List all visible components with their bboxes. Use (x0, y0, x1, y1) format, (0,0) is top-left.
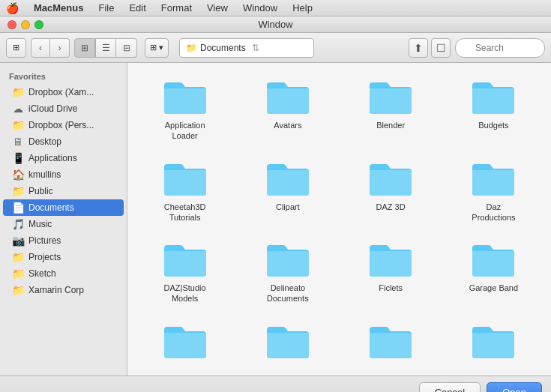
sidebar-section-favorites: Favorites (0, 69, 127, 84)
sidebar-item-public[interactable]: 📁 Public (3, 183, 124, 199)
file-item-budgets[interactable]: Budgets (445, 72, 542, 148)
music-icon: 🎵 (12, 218, 24, 230)
menu-item-macmenus[interactable]: MacMenus (28, 0, 89, 16)
folder-icon-svg (368, 241, 413, 278)
file-item-delineato[interactable]: Delineato Documents (239, 235, 336, 310)
search-wrapper: 🔍 (455, 38, 545, 58)
bottom-bar: Cancel Open (0, 376, 551, 392)
sidebar-item-sketch[interactable]: 📁 Sketch (3, 265, 124, 282)
menu-item-help[interactable]: Help (286, 0, 319, 16)
sidebar-item-dropbox-xam[interactable]: 📁 Dropbox (Xam... (3, 84, 124, 100)
location-bar[interactable]: 📁 Documents ⇅ (179, 38, 314, 58)
cancel-button[interactable]: Cancel (419, 382, 481, 393)
sidebar-label: Music (28, 219, 52, 229)
applications-icon: 📱 (12, 152, 24, 164)
open-button[interactable]: Open (487, 382, 542, 393)
file-item-more1[interactable] (136, 316, 233, 366)
folder-icon: 📁 (12, 284, 24, 296)
view-mode-buttons: ⊞ ☰ ⊟ (74, 38, 137, 58)
sidebar-item-music[interactable]: 🎵 Music (3, 216, 124, 232)
folder-icon-svg (163, 241, 208, 278)
menu-item-file[interactable]: File (92, 0, 120, 16)
folder-icon-svg (163, 322, 208, 360)
menu-item-edit[interactable]: Edit (123, 0, 151, 16)
folder-icon-svg (368, 78, 413, 115)
location-arrows: ⇅ (252, 43, 259, 53)
home-icon: 🏠 (12, 169, 24, 181)
folder-icon-svg (471, 160, 516, 197)
file-item-daz3d[interactable]: DAZ 3D (343, 154, 439, 229)
pictures-icon: 📷 (12, 235, 24, 247)
file-item-more3[interactable] (343, 316, 439, 366)
file-item-more2[interactable] (239, 316, 336, 366)
sidebar-item-kmullins[interactable]: 🏠 kmullins (3, 166, 124, 183)
column-view-button[interactable]: ⊟ (116, 38, 137, 58)
menu-item-format[interactable]: Format (155, 0, 198, 16)
location-folder-icon: 📁 (186, 43, 197, 53)
arrange-icon: ⊞ (150, 43, 157, 52)
file-label: DAZ|Studio Models (155, 283, 215, 304)
sidebar-item-xamarin[interactable]: 📁 Xamarin Corp (3, 282, 124, 298)
sidebar-item-applications[interactable]: 📱 Applications (3, 150, 124, 166)
sidebar-item-pictures[interactable]: 📷 Pictures (3, 232, 124, 249)
documents-icon: 📄 (12, 202, 24, 214)
file-item-clipart[interactable]: Clipart (239, 154, 336, 229)
file-label: DAZ 3D (376, 202, 406, 212)
maximize-button[interactable] (34, 20, 43, 29)
file-grid: Application Loader Avatars Blender (136, 72, 542, 366)
file-item-garage-band[interactable]: Garage Band (445, 235, 542, 310)
folder-icon-svg (471, 241, 516, 278)
file-label: Delineato Documents (258, 283, 318, 304)
file-item-daz-prod[interactable]: Daz Productions (445, 154, 542, 229)
sidebar-item-documents[interactable]: 📄 Documents (3, 199, 124, 216)
apple-menu-icon[interactable]: 🍎 (6, 2, 19, 14)
folder-icon-svg (368, 322, 413, 360)
title-bar: Window (0, 16, 551, 33)
traffic-lights (7, 20, 43, 29)
toolbar: ⊞ ‹ › ⊞ ☰ ⊟ ⊞ ▾ 📁 Documents ⇅ ⬆ ☐ 🔍 (0, 33, 551, 63)
folder-icon: 📁 (12, 119, 24, 131)
tag-button[interactable]: ☐ (431, 38, 451, 58)
file-label: Budgets (478, 120, 508, 130)
file-item-cheetah3d[interactable]: Cheetah3D Tutorials (136, 154, 233, 229)
forward-button[interactable]: › (50, 38, 70, 58)
back-button[interactable]: ‹ (31, 38, 50, 58)
nav-buttons: ‹ › (31, 38, 70, 58)
window-title: Window (258, 19, 292, 30)
folder-icon-svg (265, 160, 310, 197)
file-item-blender[interactable]: Blender (343, 72, 439, 148)
file-item-avatars[interactable]: Avatars (239, 72, 336, 148)
folder-icon: 📁 (12, 185, 24, 197)
folder-icon-svg (163, 160, 208, 197)
minimize-button[interactable] (21, 20, 30, 29)
sidebar: Favorites 📁 Dropbox (Xam... ☁ iCloud Dri… (0, 63, 127, 376)
sidebar-label: Desktop (28, 136, 61, 147)
sidebar-item-icloud[interactable]: ☁ iCloud Drive (3, 100, 124, 117)
cloud-icon: ☁ (12, 103, 24, 115)
file-item-ficlets[interactable]: Ficlets (343, 235, 439, 310)
menu-item-window[interactable]: Window (237, 0, 283, 16)
sidebar-item-projects[interactable]: 📁 Projects (3, 249, 124, 265)
folder-icon-svg (368, 160, 413, 197)
icon-view-button[interactable]: ⊞ (74, 38, 95, 58)
close-button[interactable] (7, 20, 16, 29)
menu-bar: 🍎 MacMenus File Edit Format View Window … (0, 0, 551, 16)
menu-item-view[interactable]: View (201, 0, 234, 16)
sidebar-label: Dropbox (Pers... (28, 120, 94, 130)
file-item-more4[interactable] (445, 316, 542, 366)
sidebar-label: Public (28, 186, 53, 196)
file-label: Application Loader (155, 120, 215, 142)
sidebar-item-desktop[interactable]: 🖥 Desktop (3, 133, 124, 150)
sidebar-item-dropbox-pers[interactable]: 📁 Dropbox (Pers... (3, 117, 124, 133)
file-grid-container: Application Loader Avatars Blender (127, 63, 551, 376)
file-item-app-loader[interactable]: Application Loader (136, 72, 233, 148)
search-input[interactable] (455, 38, 545, 58)
file-label: Blender (376, 120, 405, 130)
arrange-button[interactable]: ⊞ ▾ (145, 38, 169, 58)
share-button[interactable]: ⬆ (409, 38, 428, 58)
list-view-button[interactable]: ☰ (95, 38, 116, 58)
file-item-daz-studio[interactable]: DAZ|Studio Models (136, 235, 233, 310)
action-buttons: ⬆ ☐ (409, 38, 451, 58)
view-toggle-btn[interactable]: ⊞ (6, 38, 26, 58)
file-label: Ficlets (379, 283, 403, 293)
